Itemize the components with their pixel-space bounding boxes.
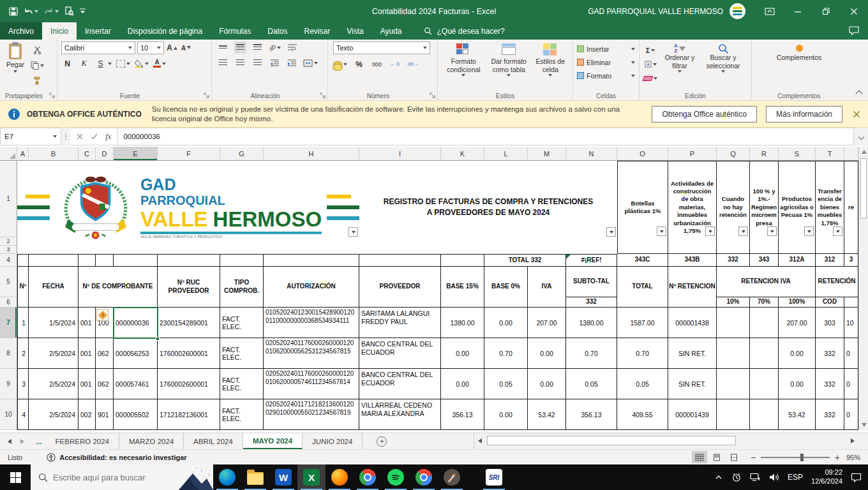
col-header-Q[interactable]: Q [717,147,750,161]
taskbar-app-paint[interactable] [438,464,466,490]
col-header-H[interactable]: H [264,147,359,161]
col-header-A[interactable]: A [17,147,29,161]
header-pct10[interactable]: 10% [717,297,750,308]
wrap-text-icon[interactable] [286,41,298,54]
col-header-I[interactable]: I [359,147,441,161]
cell[interactable]: 0205202401171218213600120029010000055021… [264,399,359,430]
scroll-right-icon[interactable] [851,438,855,443]
cell-code[interactable]: 343C [617,254,668,267]
delete-cells-button[interactable]: Eliminar [577,56,635,68]
cell[interactable]: 356.13 [566,399,617,430]
cell[interactable] [717,308,750,338]
row-header-7[interactable]: 7 [0,308,17,338]
zoom-out-icon[interactable]: − [751,453,756,462]
comments-icon[interactable] [849,26,859,36]
taskbar-app-explorer[interactable] [241,464,269,490]
cell[interactable]: 0.05 [566,369,617,399]
search-highlight-graphic[interactable] [174,464,213,490]
cell[interactable]: 0105202401230015428900120011000000000368… [264,308,359,338]
cell[interactable]: BANCO CENTRAL DEL ECUADOR [359,338,441,369]
cell-ref-error[interactable]: #¡REF! [566,254,617,267]
header-partial[interactable]: re [844,161,858,254]
filter-icon[interactable] [767,226,777,236]
cell[interactable]: 000057461 [114,369,158,399]
get-office-button[interactable]: Obtenga Office auténtico [652,106,757,122]
insert-function-icon[interactable]: fx [105,131,111,142]
cell[interactable]: 000001439 [668,399,717,430]
cell[interactable] [844,297,858,308]
align-bottom-icon[interactable] [251,41,264,54]
row-header-5[interactable]: 5 [0,267,17,297]
header-subtotal-code[interactable]: 332 [566,297,617,308]
horizontal-scrollbar[interactable] [474,433,858,449]
conditional-formatting-button[interactable]: Formato condicional [442,42,486,78]
find-select-button[interactable]: Buscar y seleccionar [702,42,744,84]
header-pct70[interactable]: 70% [750,297,779,308]
cell[interactable]: 303 [816,308,844,338]
cell[interactable]: 1/5/2024 [29,308,79,338]
sheet-tab-mayo-active[interactable]: MAYO 2024 [243,433,303,449]
header-subtotal[interactable]: SUBTO-TAL [566,267,617,297]
header-pct100[interactable]: 100% [779,297,816,308]
next-sheet-icon[interactable] [20,439,24,444]
fill-button[interactable] [643,58,657,70]
cell[interactable]: 0 [844,369,858,399]
col-header-M[interactable]: M [528,147,566,161]
new-sheet-button[interactable]: + [377,436,387,447]
cell[interactable] [17,254,29,267]
cell[interactable]: 332 [816,338,844,369]
redo-button[interactable] [44,7,59,15]
confirm-entry-icon[interactable] [91,133,98,140]
paste-button[interactable]: Pegar [4,42,27,87]
cell[interactable] [220,254,264,267]
cell[interactable] [79,254,96,267]
cell[interactable] [750,338,779,369]
header-comprobante[interactable]: Nº DE COMPROBANTE [79,267,158,308]
col-header-P[interactable]: P [668,147,717,161]
sheet-overflow-indicator[interactable]: ... [32,433,46,449]
tray-language[interactable]: ESP [788,473,803,482]
clipboard-dialog-launcher[interactable] [49,93,55,98]
font-color-button[interactable]: A [153,57,166,70]
account-name[interactable]: GAD PARROQUIAL VALLE HERMOSO [588,7,723,16]
cell-code[interactable]: 343 [750,254,779,267]
number-format-select[interactable]: Texto [333,41,430,54]
cell[interactable]: 0.70 [617,338,668,369]
cell[interactable]: 0.00 [528,338,566,369]
cell[interactable]: 207.00 [779,308,816,338]
font-size-select[interactable]: 10 [137,41,164,54]
cell[interactable]: 0.00 [484,399,528,430]
cell[interactable]: 0.00 [779,338,816,369]
bold-button[interactable]: N [61,57,73,70]
tray-chevron-up-icon[interactable] [714,473,723,481]
cell[interactable] [750,399,779,430]
filter-icon[interactable] [705,226,715,236]
align-center-icon[interactable] [234,57,246,69]
account-avatar[interactable] [730,3,745,19]
header-sin-retencion[interactable]: Cuando no hay retención [717,161,750,254]
cell[interactable]: 000005502 [114,399,158,430]
row-header-8[interactable]: 8 [0,338,17,369]
cell[interactable]: 0.70 [566,338,617,369]
horizontal-scrollbar-thumb[interactable] [487,436,736,445]
cell[interactable]: 0.00 [528,369,566,399]
cell[interactable]: BANCO CENTRAL DEL ECUADOR [359,369,441,399]
header-retencion2[interactable]: RETENCIÓN [816,267,858,297]
cell[interactable]: 0.00 [484,308,528,338]
more-info-button[interactable]: Más información [766,106,842,122]
header-botellas[interactable]: Botellas plásticas 1% [617,161,668,254]
copy-icon[interactable] [31,59,44,71]
taskbar-app-firefox[interactable] [326,464,354,490]
close-warning-icon[interactable] [853,110,860,118]
vertical-scrollbar[interactable] [858,147,868,430]
decrease-indent-icon[interactable] [269,57,281,69]
align-left-icon[interactable] [217,57,229,69]
filter-icon[interactable] [738,226,748,236]
formula-input[interactable]: 000000036 [118,128,854,145]
cell[interactable]: FACT. ELEC. [220,338,264,369]
notifications-icon[interactable] [851,473,862,482]
increase-decimal-icon[interactable]: ←.0 [389,58,401,70]
taskbar-app-spotify[interactable] [382,464,410,490]
header-transferencia[interactable]: Transferencia de bienes muebles 1,75% [816,161,844,254]
header-regimen[interactable]: 100 % y 1%.- Regimen microempresa [750,161,779,254]
